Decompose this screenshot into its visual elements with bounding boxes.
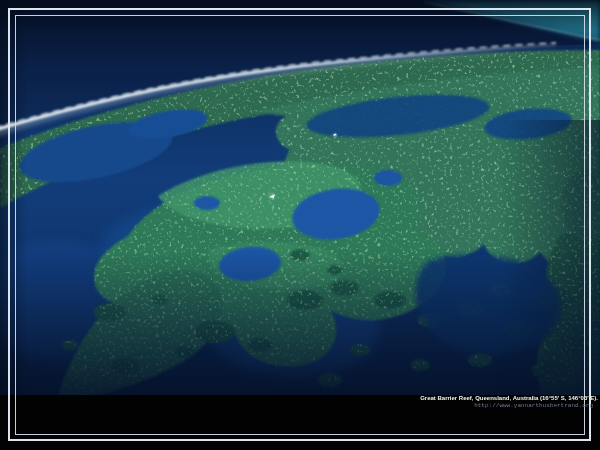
caption-title: Great Barrier Reef, Queensland, Australi… xyxy=(420,394,598,402)
photo-caption: Great Barrier Reef, Queensland, Australi… xyxy=(420,394,598,409)
desktop-wallpaper: Great Barrier Reef, Queensland, Australi… xyxy=(0,0,600,450)
frame-inner-line xyxy=(15,15,585,435)
caption-url: http://www.yannarthusbertrand.org xyxy=(420,402,598,409)
